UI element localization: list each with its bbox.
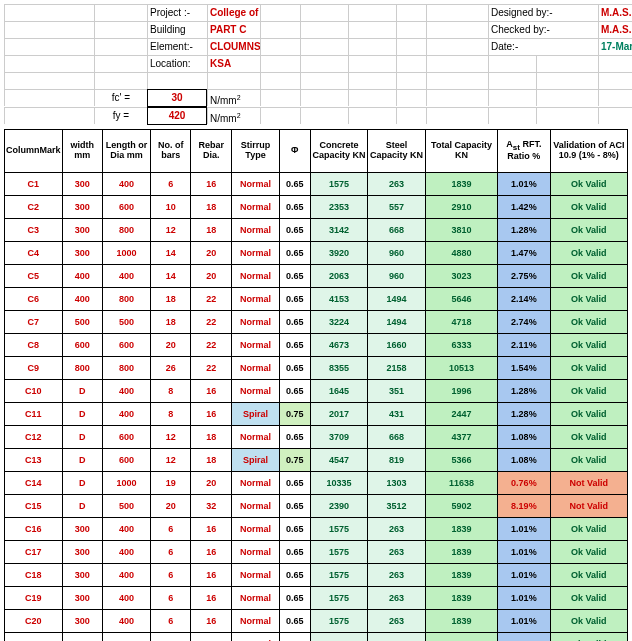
table-row: C16300400616Normal0.65157526318391.01%Ok… [5,518,628,541]
cell-length: 800 [103,288,151,311]
cell-valid: Ok Valid [550,426,627,449]
cell-total: 5902 [425,495,497,518]
cell-rft: 2.11% [498,334,550,357]
cell-valid: Ok Valid [550,633,627,642]
cell-rft: 1.01% [498,587,550,610]
cell-stirrup: Normal [232,265,280,288]
cell-nbars: 10 [150,196,191,219]
cell-conc: 3224 [310,311,368,334]
cell-conc: 1575 [310,541,368,564]
cell-nbars: 12 [150,449,191,472]
cell-total: 2910 [425,196,497,219]
cell-stirrup: Normal [232,242,280,265]
cell-rebar: 18 [191,196,232,219]
cell-mark: C2 [5,196,63,219]
table-row: C11D400816Spiral0.75201743124471.28%Ok V… [5,403,628,426]
building-value: PART C [207,21,260,38]
cell-phi: 0.65 [279,564,310,587]
cell-conc: 3920 [310,242,368,265]
cell-nbars: 6 [150,564,191,587]
cell-steel: 2158 [368,357,426,380]
cell-nbars: 14 [150,265,191,288]
cell-rft: 1.01% [498,173,550,196]
cell-steel: 263 [368,587,426,610]
cell-valid: Ok Valid [550,219,627,242]
cell-steel: 263 [368,633,426,642]
cell-rebar: 16 [191,564,232,587]
table-row: C19300400616Normal0.65157526318391.01%Ok… [5,587,628,610]
cell-rebar: 20 [191,265,232,288]
col-steel: Steel Capacity KN [368,130,426,173]
cell-stirrup: Normal [232,495,280,518]
cell-steel: 557 [368,196,426,219]
cell-rft: 2.14% [498,288,550,311]
col-conc: Concrete Capacity KN [310,130,368,173]
cell-nbars: 12 [150,426,191,449]
cell-rft: 1.28% [498,219,550,242]
cell-conc: 4153 [310,288,368,311]
cell-total: 1839 [425,633,497,642]
cell-valid: Ok Valid [550,564,627,587]
cell-length: 400 [103,633,151,642]
cell-conc: 1575 [310,518,368,541]
cell-rebar: 16 [191,587,232,610]
cell-stirrup: Normal [232,173,280,196]
table-row: C1300400616Normal0.65157526318391.01%Ok … [5,173,628,196]
cell-mark: C4 [5,242,63,265]
cell-rebar: 22 [191,357,232,380]
cell-steel: 1303 [368,472,426,495]
cell-valid: Ok Valid [550,288,627,311]
cell-steel: 431 [368,403,426,426]
cell-rebar: 16 [191,541,232,564]
cell-nbars: 18 [150,311,191,334]
cell-valid: Ok Valid [550,541,627,564]
cell-total: 1839 [425,564,497,587]
cell-length: 1000 [103,242,151,265]
table-row: C13D6001218Spiral0.75454781953661.08%Ok … [5,449,628,472]
cell-conc: 3142 [310,219,368,242]
cell-nbars: 26 [150,357,191,380]
cell-total: 5366 [425,449,497,472]
fc-unit: N/mm2 [207,89,260,106]
cell-mark: C16 [5,518,63,541]
cell-width: 400 [62,265,103,288]
cell-stirrup: Normal [232,610,280,633]
cell-phi: 0.65 [279,196,310,219]
cell-total: 10513 [425,357,497,380]
table-row: C15D5002032Normal0.652390351259028.19%No… [5,495,628,518]
location-label: Location: [147,55,207,72]
cell-nbars: 6 [150,173,191,196]
cell-phi: 0.65 [279,357,310,380]
cell-phi: 0.65 [279,265,310,288]
cell-width: 800 [62,357,103,380]
cell-rebar: 18 [191,219,232,242]
cell-width: 300 [62,242,103,265]
cell-mark: C1 [5,173,63,196]
cell-mark: C12 [5,426,63,449]
cell-valid: Ok Valid [550,518,627,541]
element-value: CLOUMNS [207,38,260,55]
cell-mark: C8 [5,334,63,357]
cell-stirrup: Normal [232,518,280,541]
cell-stirrup: Normal [232,426,280,449]
table-header-row: ColumnMark width mm Length or Dia mm No.… [5,130,628,173]
cell-mark: C15 [5,495,63,518]
table-row: C54004001420Normal0.65206396030232.75%Ok… [5,265,628,288]
cell-phi: 0.65 [279,288,310,311]
cell-width: 300 [62,587,103,610]
cell-nbars: 18 [150,288,191,311]
cell-total: 1996 [425,380,497,403]
cell-rebar: 20 [191,472,232,495]
cell-steel: 263 [368,173,426,196]
cell-phi: 0.65 [279,173,310,196]
cell-steel: 960 [368,242,426,265]
cell-nbars: 6 [150,518,191,541]
cell-conc: 1575 [310,173,368,196]
cell-total: 4880 [425,242,497,265]
cell-conc: 8355 [310,357,368,380]
checked-by-value: M.A.S. [598,21,632,38]
cell-phi: 0.65 [279,610,310,633]
cell-steel: 960 [368,265,426,288]
cell-width: 600 [62,334,103,357]
cell-nbars: 6 [150,633,191,642]
